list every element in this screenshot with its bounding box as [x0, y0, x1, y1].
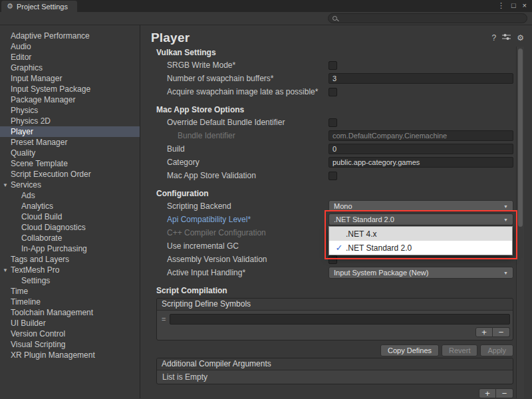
- sidebar-item-tags-and-layers[interactable]: Tags and Layers: [0, 254, 140, 265]
- gear-icon[interactable]: ⚙: [517, 33, 524, 43]
- vertical-scrollbar[interactable]: [516, 47, 524, 398]
- acquire-swapchain-late-checkbox[interactable]: [329, 88, 337, 96]
- row-active-input-handling: Active Input Handling* Input System Pack…: [156, 266, 513, 279]
- sidebar-item-quality[interactable]: Quality: [0, 148, 140, 158]
- help-icon[interactable]: ?: [492, 33, 497, 43]
- search-toolbar: [0, 12, 532, 25]
- category-field[interactable]: [329, 157, 513, 168]
- field-label: C++ Compiler Configuration: [167, 228, 329, 237]
- search-icon: [332, 16, 337, 21]
- menu-item-label: .NET 4.x: [346, 229, 376, 239]
- row-build: Build: [156, 142, 513, 156]
- search-input[interactable]: [340, 15, 523, 23]
- page-title: Player: [151, 31, 190, 45]
- menu-item-label: .NET Standard 2.0: [346, 243, 412, 253]
- sidebar-item-timeline[interactable]: Timeline: [0, 297, 140, 307]
- window-controls: ⋮ □ ×: [497, 0, 532, 10]
- row-bundle-identifier: Bundle Identifier: [156, 129, 513, 142]
- revert-button[interactable]: Revert: [442, 344, 477, 356]
- sidebar-item-input-manager[interactable]: Input Manager: [0, 73, 140, 84]
- sidebar-item-player[interactable]: Player: [0, 126, 140, 137]
- sidebar-item-ads[interactable]: Ads: [0, 190, 140, 201]
- apply-button[interactable]: Apply: [480, 344, 513, 356]
- active-input-handling-dropdown[interactable]: Input System Package (New) ▼: [329, 267, 513, 279]
- menu-item-net-standard-20[interactable]: ✓ .NET Standard 2.0: [329, 241, 512, 255]
- section-header-mac-app-store: Mac App Store Options: [156, 104, 513, 116]
- sidebar-item-textmesh-pro[interactable]: ▼ TextMesh Pro: [0, 265, 140, 275]
- sidebar-item-physics-2d[interactable]: Physics 2D: [0, 116, 140, 126]
- close-icon[interactable]: ×: [523, 1, 527, 10]
- build-field[interactable]: [329, 144, 513, 154]
- scripting-backend-dropdown[interactable]: Mono ▼: [329, 200, 513, 212]
- maximize-icon[interactable]: □: [511, 1, 516, 10]
- sidebar-item-package-manager[interactable]: Package Manager: [0, 94, 140, 105]
- sidebar-item-input-system-package[interactable]: Input System Package: [0, 84, 140, 94]
- row-api-compatibility-level: Api Compatibility Level* .NET Standard 2…: [156, 213, 513, 226]
- tab-project-settings[interactable]: ⚙ Project Settings: [1, 1, 77, 12]
- row-category: Category: [156, 156, 513, 169]
- sidebar-item-preset-manager[interactable]: Preset Manager: [0, 137, 140, 148]
- mac-app-store-validation-checkbox[interactable]: [329, 172, 337, 180]
- tab-bar: ⚙ Project Settings ⋮ □ ×: [0, 0, 532, 12]
- api-compatibility-dropdown[interactable]: .NET Standard 2.0 ▼: [329, 213, 513, 225]
- field-label: Scripting Backend: [167, 201, 329, 211]
- sidebar-item-script-execution-order[interactable]: Script Execution Order: [0, 169, 140, 180]
- sidebar-item-graphics[interactable]: Graphics: [0, 63, 140, 73]
- sidebar-item-physics[interactable]: Physics: [0, 105, 140, 116]
- drag-handle-icon[interactable]: =: [160, 315, 168, 323]
- sidebar-item-xr-plugin-management[interactable]: XR Plugin Management: [0, 350, 140, 360]
- sidebar-item-services[interactable]: ▼ Services: [0, 180, 140, 190]
- row-swapchain-buffers: Number of swapchain buffers*: [156, 72, 513, 85]
- override-bundle-identifier-checkbox[interactable]: [329, 118, 337, 127]
- foldout-arrow-icon[interactable]: ▼: [3, 180, 8, 191]
- tab-title: Project Settings: [17, 3, 68, 11]
- compiler-arguments-actions: + −: [156, 388, 513, 398]
- sidebar-item-cloud-build[interactable]: Cloud Build: [0, 211, 140, 222]
- sidebar-item-time[interactable]: Time: [0, 286, 140, 297]
- field-label: Override Default Bundle Identifier: [167, 118, 329, 127]
- define-symbols-box-title: Scripting Define Symbols: [157, 299, 513, 311]
- sidebar-item-audio[interactable]: Audio: [0, 41, 140, 52]
- sidebar-item-analytics[interactable]: Analytics: [0, 201, 140, 211]
- additional-compiler-arguments-box: Additional Compiler Arguments List is Em…: [156, 358, 513, 384]
- srgb-write-mode-checkbox[interactable]: [329, 61, 337, 70]
- sidebar-item-in-app-purchasing[interactable]: In-App Purchasing: [0, 243, 140, 254]
- empty-list-label: List is Empty: [157, 370, 513, 384]
- field-label: Assembly Version Validation: [167, 255, 329, 264]
- check-icon: ✓: [332, 243, 346, 253]
- copy-defines-button[interactable]: Copy Defines: [380, 344, 439, 356]
- field-label: Category: [167, 158, 329, 167]
- remove-define-button[interactable]: −: [493, 327, 510, 337]
- window-menu-icon[interactable]: ⋮: [497, 1, 505, 10]
- assembly-version-validation-checkbox[interactable]: [329, 255, 337, 264]
- scrollbar-thumb[interactable]: [518, 49, 523, 227]
- sidebar-item-ui-builder[interactable]: UI Builder: [0, 318, 140, 329]
- chevron-down-icon: ▼: [503, 217, 508, 222]
- player-settings-content: Vulkan Settings SRGB Write Mode* Number …: [140, 47, 532, 398]
- sidebar-item-visual-scripting[interactable]: Visual Scripting: [0, 339, 140, 350]
- remove-argument-button[interactable]: −: [496, 388, 513, 398]
- sidebar-item-adaptive-performance[interactable]: Adaptive Performance: [0, 31, 140, 41]
- sidebar-item-editor[interactable]: Editor: [0, 52, 140, 63]
- sidebar-item-textmeshpro-settings[interactable]: Settings: [0, 275, 140, 286]
- field-label: Number of swapchain buffers*: [167, 74, 329, 83]
- presets-icon[interactable]: [502, 33, 511, 43]
- section-header-script-compilation: Script Compilation: [156, 285, 513, 297]
- search-box[interactable]: [328, 13, 527, 23]
- sidebar-item-scene-template[interactable]: Scene Template: [0, 158, 140, 169]
- swapchain-buffers-field[interactable]: [329, 73, 513, 84]
- define-symbol-input[interactable]: [170, 314, 510, 325]
- sidebar-item-toolchain-management[interactable]: Toolchain Management: [0, 307, 140, 318]
- row-srgb-write-mode: SRGB Write Mode*: [156, 59, 513, 72]
- compiler-arguments-box-title: Additional Compiler Arguments: [157, 358, 513, 370]
- menu-item-net-4x[interactable]: .NET 4.x: [329, 227, 512, 241]
- bundle-identifier-field[interactable]: [329, 130, 513, 141]
- add-argument-button[interactable]: +: [479, 388, 496, 398]
- gear-icon: ⚙: [7, 2, 13, 11]
- foldout-arrow-icon[interactable]: ▼: [3, 265, 8, 276]
- add-define-button[interactable]: +: [475, 327, 493, 337]
- sidebar-item-collaborate[interactable]: Collaborate: [0, 233, 140, 243]
- sidebar-item-cloud-diagnostics[interactable]: Cloud Diagnostics: [0, 222, 140, 233]
- sidebar-item-version-control[interactable]: Version Control: [0, 329, 140, 339]
- defines-actions: Copy Defines Revert Apply: [156, 344, 513, 356]
